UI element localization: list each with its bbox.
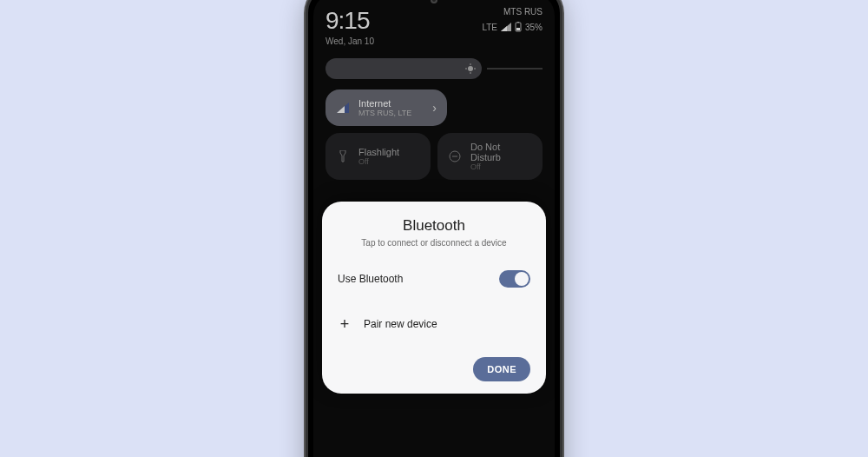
status-bar: 9:15 Wed, Jan 10 MTS RUS LTE 35% [313, 0, 555, 50]
use-bluetooth-label: Use Bluetooth [338, 273, 403, 285]
pair-new-device-row[interactable]: + Pair new device [338, 317, 530, 331]
signal-icon [336, 101, 350, 115]
chevron-right-icon: › [432, 101, 437, 115]
tile-title: Do Not Disturb [470, 142, 532, 162]
clock: 9:15 [326, 7, 374, 35]
quick-tiles: Internet MTS RUS, LTE › Flashlight Off [313, 84, 555, 185]
pair-label: Pair new device [364, 318, 437, 330]
battery-label: 35% [525, 23, 542, 32]
battery-icon [515, 22, 522, 32]
svg-point-3 [468, 66, 473, 71]
tile-subtitle: Off [470, 162, 532, 171]
bluetooth-sheet: Bluetooth Tap to connect or disconnect a… [322, 202, 546, 394]
svg-rect-1 [516, 28, 520, 30]
brightness-row [313, 50, 555, 84]
network-label: LTE [482, 23, 497, 32]
screen: 9:15 Wed, Jan 10 MTS RUS LTE 35% [313, 0, 555, 457]
tile-title: Internet [358, 98, 424, 109]
toggle-knob [515, 272, 529, 286]
dnd-icon [448, 149, 462, 163]
brightness-slider[interactable] [326, 58, 482, 79]
plus-icon: + [338, 317, 352, 331]
sheet-title: Bluetooth [338, 217, 530, 235]
flashlight-icon [336, 149, 350, 163]
carrier-label: MTS RUS [503, 7, 542, 17]
tile-title: Flashlight [358, 147, 420, 157]
tile-subtitle: Off [358, 157, 420, 166]
signal-icon [501, 23, 511, 31]
tile-flashlight[interactable]: Flashlight Off [326, 133, 431, 180]
status-right: MTS RUS LTE 35% [482, 7, 542, 46]
brightness-track [487, 68, 542, 70]
sheet-subtitle: Tap to connect or disconnect a device [338, 238, 530, 248]
done-button[interactable]: DONE [473, 357, 530, 381]
phone-frame: 9:15 Wed, Jan 10 MTS RUS LTE 35% [306, 0, 562, 457]
tile-dnd[interactable]: Do Not Disturb Off [437, 133, 542, 180]
brightness-icon [464, 63, 477, 75]
clock-block: 9:15 Wed, Jan 10 [326, 7, 374, 46]
date: Wed, Jan 10 [326, 36, 374, 46]
svg-rect-2 [517, 22, 519, 23]
bluetooth-toggle[interactable] [499, 270, 530, 288]
status-icons: LTE 35% [482, 22, 542, 32]
tile-internet[interactable]: Internet MTS RUS, LTE › [326, 89, 447, 126]
tile-subtitle: MTS RUS, LTE [358, 109, 424, 117]
use-bluetooth-row[interactable]: Use Bluetooth [338, 270, 530, 288]
